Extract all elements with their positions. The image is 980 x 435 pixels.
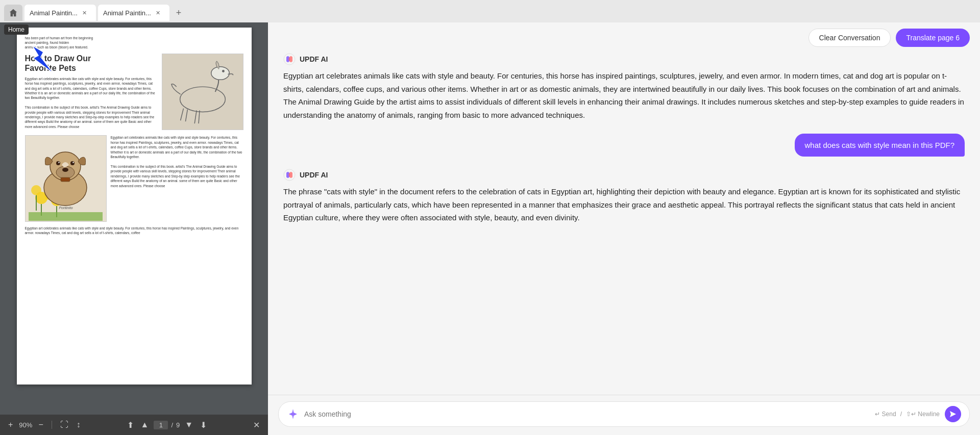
pdf-bernard-image: Pontinito [25, 135, 107, 222]
pdf-toolbar-center: ⬆ ▲ / 9 ▼ ⬇ [125, 419, 209, 431]
svg-point-20 [72, 162, 74, 163]
tab-animal-painting-1[interactable]: Animal Paintin... ✕ [24, 5, 96, 21]
tab-bar: Home Animal Paintin... ✕ Animal Paintin.… [0, 0, 980, 22]
translate-button[interactable]: Translate page 6 [896, 29, 970, 47]
ai-message-1: UPDF AI Egyptian art celebrates animals … [283, 53, 965, 121]
zoom-out-button[interactable]: − [36, 419, 45, 430]
prev-page-top[interactable]: ⬆ [125, 419, 136, 431]
pdf-toolbar-left: + 90% − ⛶ ↕ [6, 419, 83, 430]
hint-separator: / [900, 411, 902, 418]
ai-name-2: UPDF AI [300, 171, 328, 179]
bernard-svg: Pontinito [26, 137, 105, 221]
chat-panel: Clear Conversation Translate page 6 UPDF… [268, 22, 980, 435]
tab-close-2[interactable]: ✕ [154, 9, 162, 17]
send-icon [949, 410, 957, 418]
ai-response-2: The phrase "cats with style" in the docu… [283, 185, 965, 224]
pdf-body-text: Egyptian art celebrates animals like cat… [25, 76, 158, 130]
home-tooltip: Home [4, 24, 29, 35]
pdf-dog-image [162, 54, 243, 130]
pdf-section3-text: Egyptian art celebrates animals like cat… [25, 226, 243, 235]
ai-name-1: UPDF AI [300, 55, 328, 63]
svg-rect-12 [29, 212, 103, 221]
chat-input-hints: ↵ Send / ⇧↵ Newline [875, 411, 940, 418]
chat-input-field[interactable] [304, 410, 870, 418]
dog-drawing-svg [162, 54, 243, 130]
chat-input-area: ↵ Send / ⇧↵ Newline [268, 395, 980, 435]
chat-input-row: ↵ Send / ⇧↵ Newline [278, 401, 970, 427]
cursor-arrow [28, 43, 59, 81]
tab-close-1[interactable]: ✕ [81, 9, 89, 17]
user-message-1: what does cats with style mean in this P… [283, 134, 965, 157]
zoom-in-button[interactable]: + [6, 419, 15, 430]
pdf-section2: Pontinito Egyptian art celebrates animal… [25, 135, 243, 222]
pdf-toolbar-right: ✕ [251, 419, 262, 431]
pdf-page: has been part of human art from the begi… [17, 28, 252, 385]
svg-point-19 [58, 162, 59, 163]
newline-hint: ⇧↵ Newline [906, 411, 940, 418]
pdf-toolbar: + 90% − ⛶ ↕ ⬆ ▲ / 9 ▼ ⬇ ✕ [0, 415, 268, 435]
svg-point-17 [56, 161, 60, 165]
next-page-button[interactable]: ▼ [183, 419, 195, 430]
svg-point-16 [62, 168, 68, 172]
main-area: has been part of human art from the begi… [0, 22, 980, 435]
home-tab[interactable] [4, 5, 22, 21]
svg-point-18 [70, 161, 75, 165]
svg-point-3 [222, 70, 224, 72]
chat-header: Clear Conversation Translate page 6 [268, 22, 980, 53]
svg-text:Pontinito: Pontinito [59, 206, 72, 210]
svg-point-1 [180, 87, 225, 112]
ai-message-2: UPDF AI The phrase "cats with style" in … [283, 169, 965, 224]
send-button[interactable] [945, 406, 961, 422]
zoom-level: 90% [19, 421, 32, 429]
sparkle-icon [287, 408, 299, 420]
close-pdf-button[interactable]: ✕ [251, 419, 262, 431]
updf-ai-logo-2 [283, 169, 296, 181]
ai-response-1: Egyptian art celebrates animals like cat… [283, 69, 965, 121]
fit-page-button[interactable]: ⛶ [58, 419, 70, 430]
svg-rect-21 [61, 177, 70, 182]
pdf-section2-text: Egyptian art celebrates animals like cat… [111, 135, 243, 222]
home-icon [9, 8, 18, 17]
zoom-value: 90% [19, 421, 32, 429]
page-total: 9 [176, 421, 180, 429]
prev-page-button[interactable]: ▲ [139, 419, 151, 430]
tab-animal-painting-2[interactable]: Animal Paintin... ✕ [98, 5, 169, 21]
add-tab-button[interactable]: + [172, 6, 186, 20]
svg-point-5 [31, 185, 41, 195]
tab-label-2: Animal Paintin... [103, 9, 151, 17]
next-page-bottom[interactable]: ⬇ [198, 419, 209, 431]
send-hint: ↵ Send [875, 411, 896, 418]
pdf-panel: has been part of human art from the begi… [0, 22, 268, 435]
ai-label-2: UPDF AI [283, 169, 965, 181]
tab-label-1: Animal Paintin... [30, 9, 78, 17]
chat-messages: UPDF AI Egyptian art celebrates animals … [268, 53, 980, 395]
page-number-input[interactable] [154, 421, 168, 429]
updf-ai-logo [283, 53, 296, 65]
pdf-content: has been part of human art from the begi… [0, 22, 268, 415]
svg-marker-0 [32, 45, 54, 73]
ai-label-1: UPDF AI [283, 53, 965, 65]
svg-point-2 [211, 67, 229, 80]
fit-width-button[interactable]: ↕ [75, 419, 83, 430]
clear-conversation-button[interactable]: Clear Conversation [808, 29, 891, 47]
user-bubble-1: what does cats with style mean in this P… [795, 134, 965, 157]
